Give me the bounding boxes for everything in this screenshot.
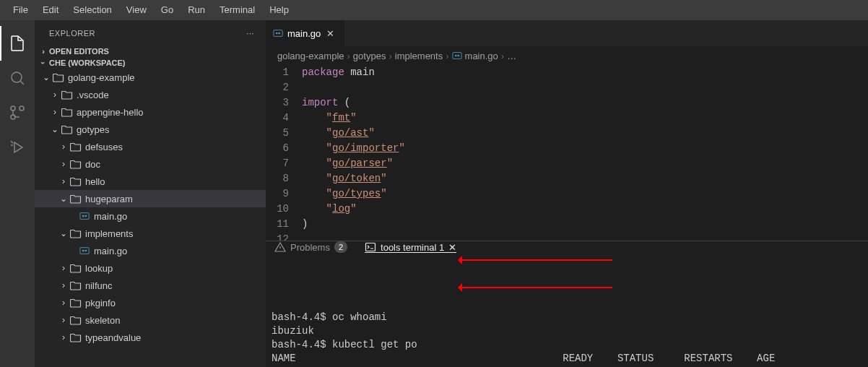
svg-point-5	[82, 215, 84, 217]
tree-label: appengine-hello	[77, 107, 144, 118]
explorer-icon[interactable]	[0, 26, 35, 61]
workspace-section[interactable]: › CHE (WORKSPACE)	[35, 57, 266, 69]
breadcrumb-item[interactable]: golang-example	[277, 51, 344, 61]
folder-icon	[69, 141, 82, 152]
folder-skeleton[interactable]: ›skeleton	[35, 311, 266, 329]
annotation-arrow	[461, 287, 612, 288]
chevron-icon: ›	[49, 90, 61, 100]
menu-help[interactable]: Help	[262, 0, 296, 20]
code-line[interactable]: )	[302, 217, 868, 232]
folder-hello[interactable]: ›hello	[35, 173, 266, 190]
menu-selection[interactable]: Selection	[66, 0, 118, 20]
terminal-tab[interactable]: tools terminal 1 ✕	[365, 241, 456, 253]
code-line[interactable]: "go/parser"	[302, 156, 868, 171]
code-line[interactable]: "go/token"	[302, 171, 868, 186]
code-line[interactable]: package main	[302, 65, 868, 80]
tree-label: hugeparam	[85, 194, 133, 204]
chevron-icon: ›	[49, 107, 61, 117]
code-line[interactable]: "go/types"	[302, 186, 868, 202]
chevron-icon: ⌄	[58, 194, 69, 204]
tree-label: main.go	[94, 211, 127, 222]
tab-main-go[interactable]: main.go ✕	[266, 20, 345, 46]
code-line[interactable]: import (	[302, 95, 868, 111]
debug-icon[interactable]	[0, 130, 35, 165]
folder-icon	[69, 228, 82, 239]
problems-tab[interactable]: Problems 2	[274, 241, 347, 253]
svg-rect-13	[452, 53, 461, 59]
folder-gotypes[interactable]: ⌄gotypes	[35, 121, 266, 138]
menu-go[interactable]: Go	[154, 0, 181, 20]
menu-run[interactable]: Run	[181, 0, 212, 20]
folder-doc[interactable]: ›doc	[35, 155, 266, 173]
folder-icon	[61, 89, 74, 100]
sidebar-title: EXPLORER	[49, 29, 95, 38]
svg-point-9	[84, 250, 87, 252]
folder-lookup[interactable]: ›lookup	[35, 259, 266, 277]
close-icon[interactable]: ✕	[448, 242, 456, 253]
code-line[interactable]: "go/ast"	[302, 126, 868, 141]
chevron-right-icon: ›	[501, 51, 504, 61]
file-main-go[interactable]: main.go	[35, 207, 266, 225]
breadcrumb-item[interactable]: implements	[395, 51, 443, 61]
breadcrumb-item[interactable]: gotypes	[353, 51, 386, 61]
chevron-right-icon: ›	[38, 47, 49, 56]
terminal-line: NAME READY STATUS RESTARTS AGE	[272, 352, 862, 366]
close-icon[interactable]: ✕	[325, 28, 336, 39]
terminal-output[interactable]: bash-4.4$ oc whoamiibuziukbash-4.4$ kube…	[266, 253, 868, 367]
bottom-panel: Problems 2 tools terminal 1 ✕ bash-4.4$ …	[266, 241, 868, 367]
tree-label: pkginfo	[85, 298, 116, 308]
chevron-icon: ›	[58, 159, 69, 169]
folder-defsuses[interactable]: ›defsuses	[35, 138, 266, 155]
svg-point-11	[276, 33, 278, 35]
folder-pkginfo[interactable]: ›pkginfo	[35, 294, 266, 311]
svg-point-0	[12, 72, 22, 82]
folder-nilfunc[interactable]: ›nilfunc	[35, 277, 266, 294]
folder-golang-example[interactable]: ⌄golang-example	[35, 69, 266, 86]
tree-label: nilfunc	[85, 280, 113, 291]
chevron-icon: ›	[58, 280, 69, 290]
problems-badge: 2	[334, 241, 347, 253]
source-control-icon[interactable]	[0, 95, 35, 130]
folder-icon	[69, 314, 82, 326]
menu-view[interactable]: View	[119, 0, 154, 20]
svg-point-15	[457, 55, 459, 57]
menu-edit[interactable]: Edit	[35, 0, 66, 20]
code-line[interactable]	[302, 80, 868, 95]
folder-icon	[69, 262, 82, 274]
file-main-go[interactable]: main.go	[35, 242, 266, 259]
menu-terminal[interactable]: Terminal	[212, 0, 262, 20]
code-line[interactable]: "log"	[302, 202, 868, 217]
folder-icon	[61, 106, 74, 118]
breadcrumbs[interactable]: golang-example›gotypes›implements›main.g…	[266, 46, 868, 65]
code-line[interactable]: "fmt"	[302, 111, 868, 126]
folder-icon	[69, 193, 82, 204]
activity-bar	[0, 20, 35, 367]
go-file-icon	[452, 51, 462, 61]
folder-icon	[69, 297, 82, 308]
folder--vscode[interactable]: ›.vscode	[35, 86, 266, 103]
chevron-icon: ⌄	[58, 228, 69, 238]
folder-typeandvalue[interactable]: ›typeandvalue	[35, 329, 266, 346]
svg-point-6	[84, 215, 87, 217]
editor-tabs: main.go ✕	[266, 20, 868, 46]
tree-label: golang-example	[68, 72, 135, 83]
open-editors-section[interactable]: › OPEN EDITORS	[35, 46, 266, 57]
folder-hugeparam[interactable]: ⌄hugeparam	[35, 190, 266, 207]
menu-file[interactable]: File	[6, 0, 35, 20]
code-line[interactable]	[302, 232, 868, 241]
sidebar-more-icon[interactable]: ···	[246, 29, 254, 38]
folder-appengine-hello[interactable]: ›appengine-hello	[35, 103, 266, 121]
folder-implements[interactable]: ⌄implements	[35, 225, 266, 242]
breadcrumb-item[interactable]: main.go	[452, 51, 498, 61]
folder-icon	[69, 280, 82, 291]
code-editor[interactable]: 123456789101112 package main import ( "f…	[266, 65, 868, 241]
code-line[interactable]: "go/importer"	[302, 141, 868, 156]
chevron-icon: ›	[58, 298, 69, 308]
search-icon[interactable]	[0, 61, 35, 95]
chevron-down-icon: ›	[39, 57, 48, 69]
breadcrumb-item[interactable]: …	[507, 51, 516, 61]
tree-label: implements	[85, 228, 133, 239]
svg-point-14	[455, 55, 457, 57]
chevron-icon: ›	[58, 142, 69, 152]
code-content[interactable]: package main import ( "fmt" "go/ast" "go…	[302, 65, 868, 241]
